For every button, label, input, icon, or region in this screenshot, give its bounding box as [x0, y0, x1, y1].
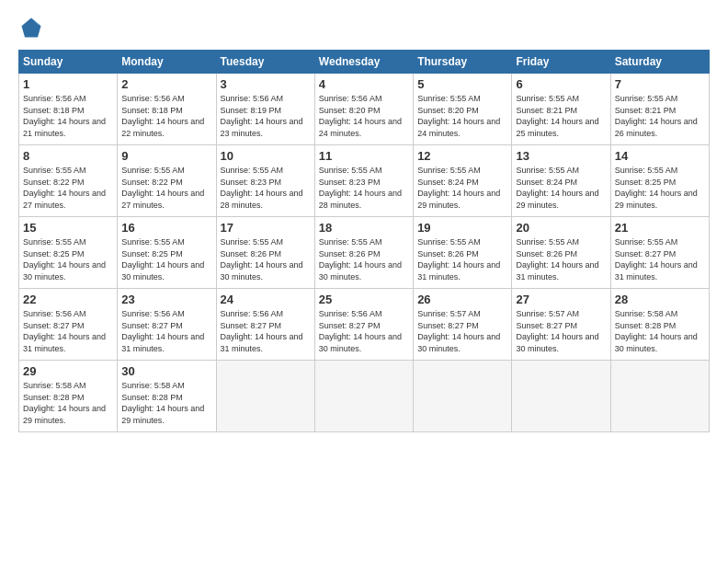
sunrise: Sunrise: 5:55 AM [221, 237, 284, 247]
day-number: 3 [221, 77, 311, 91]
day-number: 15 [23, 221, 113, 235]
calendar-cell: 4 Sunrise: 5:56 AM Sunset: 8:20 PM Dayli… [314, 74, 413, 145]
day-number: 26 [417, 293, 507, 306]
calendar-cell: 13 Sunrise: 5:55 AM Sunset: 8:24 PM Dayl… [512, 145, 610, 217]
col-header-monday: Monday [118, 51, 216, 74]
svg-marker-0 [22, 18, 41, 38]
sunrise: Sunrise: 5:55 AM [516, 94, 579, 103]
day-info: Sunrise: 5:56 AM Sunset: 8:27 PM Dayligh… [121, 308, 211, 354]
sunrise: Sunrise: 5:57 AM [417, 309, 481, 318]
sunrise: Sunrise: 5:56 AM [23, 309, 86, 318]
col-header-wednesday: Wednesday [314, 51, 413, 74]
day-info: Sunrise: 5:56 AM Sunset: 8:27 PM Dayligh… [319, 308, 409, 354]
daylight-label: Daylight: 14 hours and 30 minutes. [23, 260, 106, 282]
daylight-label: Daylight: 14 hours and 29 minutes. [23, 404, 106, 425]
daylight-label: Daylight: 14 hours and 29 minutes. [121, 404, 204, 425]
sunset: Sunset: 8:22 PM [121, 178, 183, 187]
day-info: Sunrise: 5:56 AM Sunset: 8:19 PM Dayligh… [221, 93, 311, 139]
daylight-label: Daylight: 14 hours and 31 minutes. [516, 260, 598, 282]
day-info: Sunrise: 5:55 AM Sunset: 8:24 PM Dayligh… [516, 165, 606, 211]
calendar-cell: 7 Sunrise: 5:55 AM Sunset: 8:21 PM Dayli… [610, 74, 709, 145]
calendar-cell [512, 361, 610, 432]
day-info: Sunrise: 5:56 AM Sunset: 8:18 PM Dayligh… [23, 93, 113, 139]
sunset: Sunset: 8:27 PM [319, 321, 381, 330]
sunset: Sunset: 8:18 PM [121, 106, 183, 115]
calendar-cell: 8 Sunrise: 5:55 AM Sunset: 8:22 PM Dayli… [19, 145, 118, 217]
daylight-label: Daylight: 14 hours and 31 minutes. [615, 260, 698, 282]
daylight-label: Daylight: 14 hours and 29 minutes. [417, 189, 500, 210]
day-info: Sunrise: 5:55 AM Sunset: 8:26 PM Dayligh… [516, 236, 606, 282]
calendar-cell: 27 Sunrise: 5:57 AM Sunset: 8:27 PM Dayl… [512, 289, 610, 361]
sunset: Sunset: 8:27 PM [221, 321, 282, 330]
day-number: 23 [121, 293, 211, 306]
day-number: 20 [516, 221, 606, 235]
day-info: Sunrise: 5:58 AM Sunset: 8:28 PM Dayligh… [121, 380, 211, 426]
calendar-cell: 9 Sunrise: 5:55 AM Sunset: 8:22 PM Dayli… [118, 145, 216, 217]
day-info: Sunrise: 5:55 AM Sunset: 8:22 PM Dayligh… [121, 165, 211, 211]
day-number: 17 [221, 221, 311, 235]
sunset: Sunset: 8:20 PM [319, 106, 381, 115]
col-header-saturday: Saturday [610, 51, 709, 74]
logo-icon [18, 15, 44, 40]
sunset: Sunset: 8:26 PM [417, 249, 479, 259]
calendar-cell: 28 Sunrise: 5:58 AM Sunset: 8:28 PM Dayl… [610, 289, 709, 361]
sunset: Sunset: 8:24 PM [417, 178, 479, 187]
week-row-5: 29 Sunrise: 5:58 AM Sunset: 8:28 PM Dayl… [19, 361, 710, 432]
sunset: Sunset: 8:26 PM [221, 249, 282, 259]
day-number: 24 [221, 293, 311, 306]
sunrise: Sunrise: 5:56 AM [221, 309, 284, 318]
day-info: Sunrise: 5:56 AM Sunset: 8:18 PM Dayligh… [121, 93, 211, 139]
day-number: 14 [615, 149, 705, 163]
daylight-label: Daylight: 14 hours and 30 minutes. [417, 332, 500, 353]
daylight-label: Daylight: 14 hours and 24 minutes. [319, 117, 402, 138]
sunrise: Sunrise: 5:55 AM [615, 166, 678, 175]
calendar-cell [610, 361, 709, 432]
daylight-label: Daylight: 14 hours and 27 minutes. [23, 189, 106, 210]
sunrise: Sunrise: 5:58 AM [615, 309, 678, 318]
header-row: SundayMondayTuesdayWednesdayThursdayFrid… [19, 51, 710, 74]
calendar-cell: 2 Sunrise: 5:56 AM Sunset: 8:18 PM Dayli… [118, 74, 216, 145]
daylight-label: Daylight: 14 hours and 25 minutes. [516, 117, 598, 138]
day-info: Sunrise: 5:58 AM Sunset: 8:28 PM Dayligh… [23, 380, 113, 426]
day-info: Sunrise: 5:56 AM Sunset: 8:27 PM Dayligh… [23, 308, 113, 354]
sunrise: Sunrise: 5:55 AM [23, 237, 86, 247]
daylight-label: Daylight: 14 hours and 27 minutes. [121, 189, 204, 210]
sunrise: Sunrise: 5:55 AM [221, 166, 284, 175]
day-number: 5 [417, 77, 507, 91]
daylight-label: Daylight: 14 hours and 22 minutes. [121, 117, 204, 138]
calendar-cell: 17 Sunrise: 5:55 AM Sunset: 8:26 PM Dayl… [216, 217, 314, 289]
sunset: Sunset: 8:27 PM [615, 249, 677, 259]
day-number: 25 [319, 293, 409, 306]
sunset: Sunset: 8:26 PM [319, 249, 381, 259]
daylight-label: Daylight: 14 hours and 30 minutes. [319, 260, 402, 282]
daylight-label: Daylight: 14 hours and 31 minutes. [23, 332, 106, 353]
sunrise: Sunrise: 5:55 AM [121, 166, 185, 175]
sunset: Sunset: 8:20 PM [417, 106, 479, 115]
calendar-cell: 24 Sunrise: 5:56 AM Sunset: 8:27 PM Dayl… [216, 289, 314, 361]
day-number: 12 [417, 149, 507, 163]
day-number: 7 [615, 77, 705, 91]
calendar-cell: 18 Sunrise: 5:55 AM Sunset: 8:26 PM Dayl… [314, 217, 413, 289]
day-info: Sunrise: 5:57 AM Sunset: 8:27 PM Dayligh… [516, 308, 606, 354]
sunset: Sunset: 8:23 PM [221, 178, 282, 187]
sunrise: Sunrise: 5:57 AM [516, 309, 579, 318]
day-number: 16 [121, 221, 211, 235]
calendar-cell: 12 Sunrise: 5:55 AM Sunset: 8:24 PM Dayl… [414, 145, 512, 217]
sunrise: Sunrise: 5:56 AM [319, 94, 382, 103]
calendar-cell: 15 Sunrise: 5:55 AM Sunset: 8:25 PM Dayl… [19, 217, 118, 289]
sunset: Sunset: 8:22 PM [23, 178, 85, 187]
day-info: Sunrise: 5:55 AM Sunset: 8:22 PM Dayligh… [23, 165, 113, 211]
day-number: 30 [121, 364, 211, 378]
sunrise: Sunrise: 5:58 AM [121, 381, 185, 390]
day-info: Sunrise: 5:55 AM Sunset: 8:23 PM Dayligh… [319, 165, 409, 211]
calendar-cell: 11 Sunrise: 5:55 AM Sunset: 8:23 PM Dayl… [314, 145, 413, 217]
day-info: Sunrise: 5:55 AM Sunset: 8:21 PM Dayligh… [615, 93, 705, 139]
daylight-label: Daylight: 14 hours and 28 minutes. [319, 189, 402, 210]
daylight-label: Daylight: 14 hours and 21 minutes. [23, 117, 106, 138]
calendar-cell: 26 Sunrise: 5:57 AM Sunset: 8:27 PM Dayl… [414, 289, 512, 361]
col-header-sunday: Sunday [19, 51, 118, 74]
week-row-3: 15 Sunrise: 5:55 AM Sunset: 8:25 PM Dayl… [19, 217, 710, 289]
day-info: Sunrise: 5:55 AM Sunset: 8:25 PM Dayligh… [615, 165, 705, 211]
week-row-2: 8 Sunrise: 5:55 AM Sunset: 8:22 PM Dayli… [19, 145, 710, 217]
day-number: 28 [615, 293, 705, 306]
